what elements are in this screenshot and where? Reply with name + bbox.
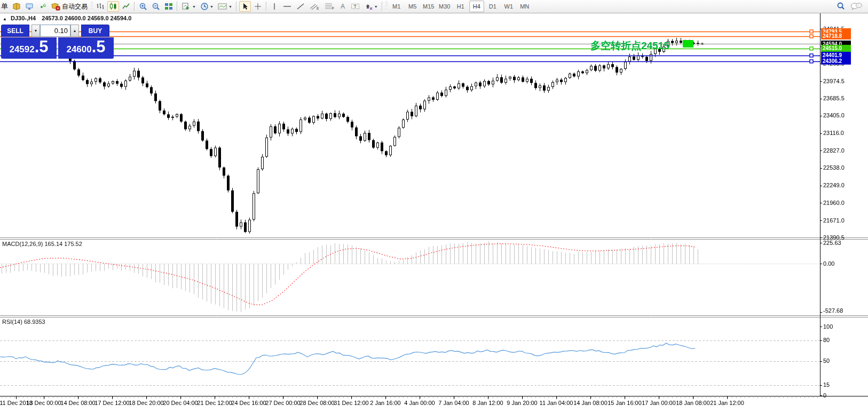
timeframe-button-M5[interactable]: M5 — [405, 1, 420, 12]
sell-button[interactable]: SELL — [1, 25, 29, 37]
chat-icon[interactable] — [848, 1, 864, 12]
buy-button[interactable]: BUY — [81, 25, 109, 37]
time-axis-label: 24 Dec 16:00 — [231, 400, 266, 406]
toolbar-separator — [382, 2, 383, 11]
rsi-axis-tick: 80 — [823, 337, 830, 343]
price-axis-tick: 22827.0 — [823, 147, 845, 154]
text-icon[interactable]: A — [337, 1, 348, 12]
rsi-indicator-label: RSI(14) 68.9353 — [2, 319, 45, 325]
new-chart-icon[interactable]: ▼ — [180, 1, 198, 12]
crosshair-icon[interactable] — [252, 1, 264, 12]
buy-price[interactable]: 24600.5 — [58, 37, 114, 59]
rsi-axis-tick: 100 — [823, 323, 833, 330]
price-level-chip: 24515.0 — [821, 45, 851, 52]
time-axis-label: 21 Jan 12:00 — [710, 400, 744, 406]
periods-clock-icon[interactable]: ▼ — [199, 1, 215, 12]
price-level-chip: 24718.8 — [821, 33, 851, 39]
toolbar-separator — [266, 2, 267, 11]
pivot-annotation-text: 多空转折点24515 — [567, 39, 669, 53]
sell-price[interactable]: 24592.5 — [1, 37, 57, 59]
time-axis-label: 17 Jan 00:00 — [642, 400, 676, 406]
svg-text:A: A — [341, 3, 345, 10]
time-axis-label: 7 Jan 04:00 — [438, 400, 469, 406]
time-axis-label: 8 Jan 12:00 — [472, 400, 503, 406]
zoom-out-icon[interactable] — [150, 1, 162, 12]
main-toolbar: 单 自动交易 ▼ ▼ ▼ — [0, 0, 868, 13]
chevron-down-icon: ▼ — [374, 5, 378, 9]
bar-chart-icon[interactable] — [94, 1, 106, 12]
time-axis-label: 4 Jan 00:00 — [404, 400, 435, 406]
chevron-down-icon: ▼ — [192, 5, 196, 9]
timeframe-button-M30[interactable]: M30 — [437, 1, 452, 12]
chart-canvas[interactable] — [0, 0, 868, 413]
time-axis-label: 17 Dec 12:00 — [94, 400, 129, 406]
buy-price-pips: .5 — [92, 38, 106, 55]
one-click-trade-panel: SELL ▼ 0.10 ▲ BUY 24592.5 24600.5 — [1, 25, 114, 59]
equidistant-channel-icon[interactable]: E — [307, 1, 321, 12]
arrows-shapes-icon[interactable]: ▼ — [363, 1, 380, 12]
cursor-icon[interactable] — [239, 1, 251, 12]
timeframe-button-MN[interactable]: MN — [517, 1, 532, 12]
timeframe-button-H1[interactable]: H1 — [453, 1, 468, 12]
time-axis-label: 15 Jan 16:00 — [607, 400, 642, 406]
timeframe-button-H4[interactable]: H4 — [469, 1, 484, 12]
toolbar-separator — [236, 2, 237, 11]
time-axis-label: 18 Jan 08:00 — [676, 400, 710, 406]
price-axis-tick: 21671.0 — [823, 217, 845, 224]
vertical-line-icon[interactable] — [269, 1, 280, 12]
tile-windows-icon[interactable] — [163, 1, 175, 12]
price-axis-tick: 21960.0 — [823, 200, 845, 206]
chart-title: ▲ DJ30-,H4 24573.0 24600.0 24569.0 24594… — [3, 15, 131, 21]
price-axis-tick: 23685.5 — [823, 95, 845, 101]
time-axis-label: 11 Jan 04:00 — [540, 400, 573, 406]
publisher-icon[interactable] — [23, 1, 35, 12]
toolbar-separator — [177, 2, 178, 11]
zoom-in-icon[interactable] — [137, 1, 149, 12]
timeframe-toolbar: M1M5M15M30H1H4D1W1MN — [389, 1, 533, 12]
horizontal-line-icon[interactable] — [281, 1, 294, 12]
volume-input[interactable]: 0.10 — [40, 25, 70, 37]
chevron-down-icon: ▼ — [228, 5, 232, 9]
line-chart-icon[interactable] — [120, 1, 132, 12]
chart-symbol-period: DJ30-,H4 — [11, 15, 36, 21]
price-axis-tick: 23974.5 — [823, 78, 845, 84]
time-axis-label: 27 Dec 00:00 — [265, 400, 300, 406]
history-book-icon[interactable] — [11, 1, 22, 12]
timeframe-button-W1[interactable]: W1 — [501, 1, 516, 12]
svg-text:F: F — [332, 6, 334, 10]
time-axis-label: 21 Dec 12:00 — [197, 400, 232, 406]
volume-up-button[interactable]: ▲ — [70, 25, 79, 37]
search-icon[interactable] — [834, 1, 847, 12]
macd-axis-tick: 0.00 — [823, 260, 834, 267]
new-order-text-button[interactable]: 单 — [1, 2, 8, 11]
collapse-panel-icon[interactable]: ▲ — [3, 17, 7, 21]
price-axis-tick: 22538.0 — [823, 164, 845, 171]
fibonacci-icon[interactable]: F — [322, 1, 336, 12]
templates-icon[interactable]: ▼ — [216, 1, 234, 12]
toolbar-separator — [134, 2, 135, 11]
rsi-axis-tick: 0 — [823, 392, 826, 399]
autotrading-button[interactable]: 自动交易 — [49, 1, 89, 12]
time-axis-label: 2 Jan 16:00 — [370, 400, 401, 406]
macd-indicator-label: MACD(12,26,9) 165.14 175.52 — [2, 241, 82, 247]
time-axis-label: 31 Dec 12:00 — [334, 400, 368, 406]
rsi-axis-tick: 15 — [823, 382, 830, 388]
chevron-down-icon: ▼ — [210, 5, 214, 9]
toolbar-grip — [385, 2, 388, 11]
time-axis-label: 18 Dec 20:00 — [129, 400, 163, 406]
timeframe-button-M15[interactable]: M15 — [421, 1, 436, 12]
sell-price-main: 24592 — [9, 44, 34, 55]
time-axis-label: 14 Dec 08:00 — [60, 400, 95, 406]
timeframe-button-M1[interactable]: M1 — [389, 1, 404, 12]
rsi-axis-tick: 50 — [823, 358, 830, 364]
sell-price-pips: .5 — [35, 38, 49, 55]
signal-icon[interactable] — [36, 1, 48, 12]
macd-axis-tick: 225.63 — [823, 240, 841, 246]
text-label-icon[interactable]: T — [349, 1, 362, 12]
candlestick-chart-icon[interactable] — [107, 1, 119, 12]
time-axis-label: 9 Jan 20:00 — [507, 400, 538, 406]
trendline-icon[interactable] — [295, 1, 306, 12]
timeframe-button-D1[interactable]: D1 — [485, 1, 500, 12]
volume-down-button[interactable]: ▼ — [31, 25, 40, 37]
time-axis-label: 14 Jan 08:00 — [573, 400, 607, 406]
